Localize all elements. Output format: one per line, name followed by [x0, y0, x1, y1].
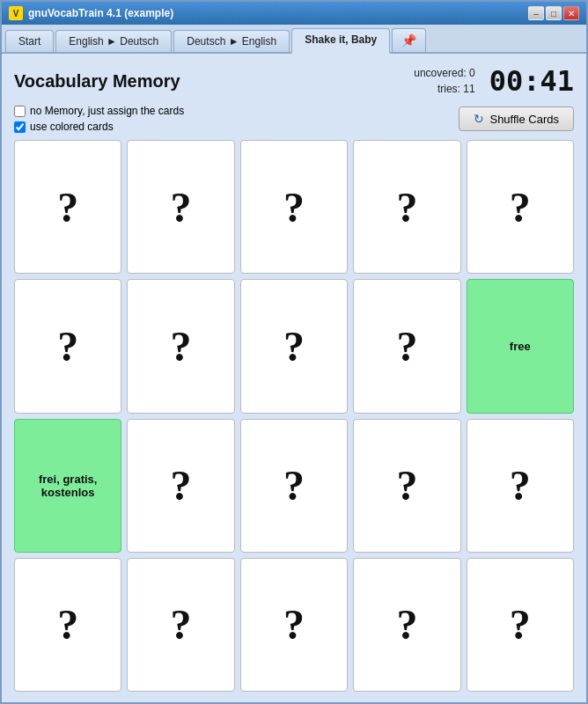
card-2[interactable]: ?: [127, 140, 234, 274]
card-7[interactable]: ?: [127, 279, 234, 413]
question-mark: ?: [510, 183, 531, 231]
question-mark: ?: [57, 322, 78, 370]
question-mark: ?: [283, 600, 305, 649]
main-content: Vocabulary Memory uncovered: 0 tries: 11…: [2, 54, 586, 702]
card-3[interactable]: ?: [240, 140, 348, 274]
card-20[interactable]: ?: [467, 558, 574, 692]
card-11[interactable]: frei, gratis, kostenlos: [14, 419, 121, 553]
card-5[interactable]: ?: [467, 140, 574, 274]
question-mark: ?: [283, 183, 305, 231]
question-mark: ?: [171, 461, 192, 510]
main-window: V gnuVocabTrain 4.1 (example) – □ ✕ Star…: [0, 0, 588, 704]
uncovered-stat: uncovered: 0: [414, 65, 474, 81]
question-mark: ?: [510, 461, 531, 510]
title-bar: V gnuVocabTrain 4.1 (example) – □ ✕: [2, 2, 586, 25]
card-4[interactable]: ?: [353, 140, 460, 274]
tab-eng-deu[interactable]: English ► Deutsch: [55, 30, 172, 52]
stats: uncovered: 0 tries: 11: [414, 65, 474, 97]
question-mark: ?: [283, 322, 305, 370]
title-bar-controls: – □ ✕: [528, 6, 579, 20]
page-title: Vocabulary Memory: [14, 71, 180, 92]
question-mark: ?: [396, 600, 417, 649]
colored-cards-checkbox[interactable]: [14, 121, 26, 133]
card-6[interactable]: ?: [14, 279, 121, 413]
tab-pin[interactable]: 📌: [392, 28, 426, 52]
question-mark: ?: [283, 461, 305, 510]
question-mark: ?: [57, 600, 78, 649]
card-12[interactable]: ?: [127, 419, 234, 553]
no-memory-checkbox[interactable]: [14, 106, 26, 117]
card-16[interactable]: ?: [14, 558, 121, 692]
question-mark: ?: [171, 600, 192, 649]
header-row: Vocabulary Memory uncovered: 0 tries: 11…: [14, 64, 574, 98]
question-mark: ?: [510, 600, 531, 649]
refresh-icon: ↻: [474, 112, 484, 126]
question-mark: ?: [171, 322, 192, 370]
minimize-button[interactable]: –: [528, 6, 544, 20]
checkboxes: no Memory, just assign the cards use col…: [14, 105, 184, 133]
card-13[interactable]: ?: [240, 419, 348, 553]
card-10[interactable]: free: [467, 279, 574, 413]
card-17[interactable]: ?: [127, 558, 234, 692]
card-14[interactable]: ?: [353, 419, 460, 553]
no-memory-checkbox-label[interactable]: no Memory, just assign the cards: [14, 105, 184, 117]
question-mark: ?: [396, 322, 417, 370]
card-19[interactable]: ?: [353, 558, 460, 692]
question-mark: ?: [57, 183, 78, 231]
tab-bar: Start English ► Deutsch Deutsch ► Englis…: [2, 25, 586, 54]
card-18[interactable]: ?: [240, 558, 348, 692]
tab-deu-eng[interactable]: Deutsch ► English: [173, 30, 290, 52]
card-1[interactable]: ?: [14, 140, 121, 274]
colored-cards-checkbox-label[interactable]: use colored cards: [14, 121, 184, 133]
question-mark: ?: [396, 461, 417, 510]
question-mark: ?: [171, 183, 192, 231]
tab-start[interactable]: Start: [5, 30, 54, 52]
tab-shake[interactable]: Shake it, Baby: [291, 28, 390, 54]
question-mark: ?: [396, 183, 417, 231]
card-grid: ?????????freefrei, gratis, kostenlos????…: [14, 140, 574, 692]
shuffle-button[interactable]: ↻ Shuffle Cards: [459, 106, 574, 131]
maximize-button[interactable]: □: [546, 6, 562, 20]
window-title: gnuVocabTrain 4.1 (example): [28, 7, 173, 19]
tries-stat: tries: 11: [414, 81, 474, 97]
card-8[interactable]: ?: [240, 279, 348, 413]
close-button[interactable]: ✕: [563, 6, 579, 20]
card-15[interactable]: ?: [467, 419, 574, 553]
stats-timer: uncovered: 0 tries: 11 00:41: [414, 64, 574, 98]
app-icon: V: [9, 6, 23, 20]
card-9[interactable]: ?: [353, 279, 460, 413]
controls-row: no Memory, just assign the cards use col…: [14, 105, 574, 133]
card-text: frei, gratis, kostenlos: [15, 469, 121, 502]
card-text: free: [506, 336, 534, 356]
timer-display: 00:41: [489, 64, 574, 98]
title-bar-left: V gnuVocabTrain 4.1 (example): [9, 6, 173, 20]
